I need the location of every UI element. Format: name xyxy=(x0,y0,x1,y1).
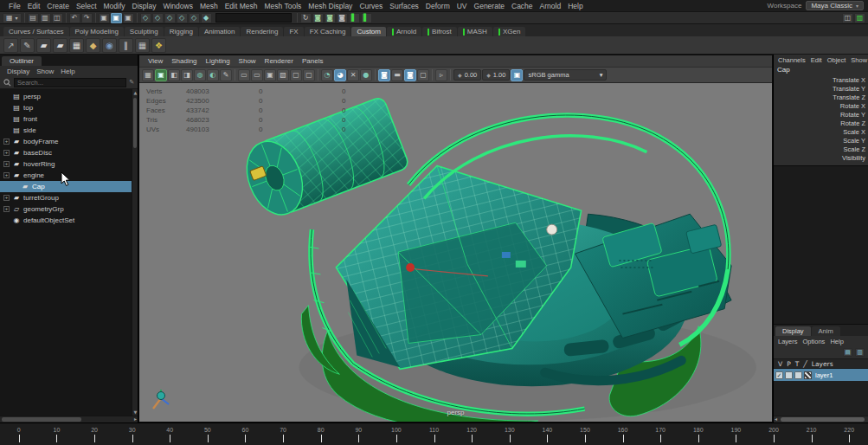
view-transform-select[interactable]: sRGB gamma▾ xyxy=(524,69,607,81)
viewport-menu-view[interactable]: View xyxy=(144,57,167,65)
open-scene-icon[interactable]: ▥ xyxy=(40,13,51,23)
flat-shade-icon[interactable]: ◨ xyxy=(181,69,193,81)
grease-pencil-icon[interactable]: ✎ xyxy=(220,69,232,81)
attribute-visibility[interactable]: Visibility xyxy=(774,154,868,163)
symmetry-toggle-icon[interactable]: ▌ xyxy=(349,13,360,23)
viewport-menu-panels[interactable]: Panels xyxy=(298,57,327,65)
attribute-rotate-y[interactable]: Rotate Y xyxy=(774,111,868,119)
menu-deform[interactable]: Deform xyxy=(422,2,453,10)
menuset-selector[interactable]: ▦▾ xyxy=(3,13,22,23)
shelf-tab-fx[interactable]: FX xyxy=(284,27,303,36)
uv-editor-icon[interactable]: ▦ xyxy=(135,38,150,53)
viewport-menu-shading[interactable]: Shading xyxy=(167,57,201,65)
snap-projected-icon[interactable]: ◇ xyxy=(177,13,188,23)
layer-tab-anim[interactable]: Anim xyxy=(812,326,840,336)
viewport-canvas[interactable]: Verts40800300Edges42350000Faces43374200T… xyxy=(139,83,772,422)
expand-toggle[interactable]: + xyxy=(3,195,10,201)
layer-menu-help[interactable]: Help xyxy=(827,338,845,345)
eraser-icon[interactable]: ◆ xyxy=(86,38,100,53)
expand-toggle[interactable]: + xyxy=(3,150,10,156)
attribute-rotate-x[interactable]: Rotate X xyxy=(774,102,868,111)
save-scene-icon[interactable]: ◫ xyxy=(52,13,63,23)
safe-action-icon[interactable]: ▢ xyxy=(290,69,302,81)
shelf-tab-rendering[interactable]: Rendering xyxy=(241,27,283,36)
undo-icon[interactable]: ↶ xyxy=(69,13,80,23)
menu-select[interactable]: Select xyxy=(73,2,100,10)
outliner-item-front[interactable]: ▤front xyxy=(0,113,138,125)
redo-icon[interactable]: ↷ xyxy=(81,13,93,23)
make-live-icon[interactable]: ◆ xyxy=(201,13,212,23)
attribute-scale-x[interactable]: Scale X xyxy=(774,128,868,137)
outliner-vertical-scrollbar[interactable]: ▲ ▼ xyxy=(132,89,138,416)
layer-editor-scrollbar[interactable]: ◂ xyxy=(774,416,868,422)
layer-row-layer1[interactable]: ✓layer1 xyxy=(774,369,868,381)
target-weld-icon[interactable]: ▦ xyxy=(69,38,84,53)
outliner-item-top[interactable]: ▤top xyxy=(0,102,138,113)
attribute-rotate-z[interactable]: Rotate Z xyxy=(774,119,868,128)
viewport-menu-lighting[interactable]: Lighting xyxy=(202,57,235,65)
channel-box-toggle-icon[interactable]: ▥ xyxy=(854,13,865,23)
motion-blur-icon[interactable]: ▬ xyxy=(391,69,403,81)
select-hierarchy-icon[interactable]: ▣ xyxy=(99,13,110,23)
select-tool-icon[interactable]: ▹ xyxy=(435,69,447,81)
layer-visibility-toggle[interactable]: ✓ xyxy=(775,371,783,379)
expand-toggle[interactable]: + xyxy=(3,206,10,212)
scrollbar-thumb[interactable] xyxy=(133,98,137,148)
viewport-panel[interactable]: ViewShadingLightingShowRendererPanels ▦▣… xyxy=(138,55,773,422)
gamma-field[interactable]: ◆1.00 xyxy=(482,69,510,81)
expand-toggle[interactable]: + xyxy=(3,161,10,167)
exposure-field[interactable]: ◆0.00 xyxy=(453,69,481,81)
snap-grid-icon[interactable]: ◇ xyxy=(140,13,151,23)
attribute-translate-y[interactable]: Translate Y xyxy=(774,85,868,94)
shelf-tab-fx-caching[interactable]: FX Caching xyxy=(305,27,351,36)
channel-box-menu-object[interactable]: Object xyxy=(825,56,849,64)
outliner-menu-help[interactable]: Help xyxy=(58,68,77,75)
layer-color-swatch[interactable] xyxy=(804,371,812,379)
outliner-item-geometrygrp[interactable]: +▱geometryGrp xyxy=(0,203,138,215)
menu-curves[interactable]: Curves xyxy=(356,2,386,10)
screen-space-ao-icon[interactable]: ◙ xyxy=(378,69,390,81)
color-management-icon[interactable]: ▣ xyxy=(511,69,523,81)
scroll-left-icon[interactable]: ◂ xyxy=(775,416,777,422)
shelf-tab-rigging[interactable]: Rigging xyxy=(164,27,198,36)
shelf-tab-arnold[interactable]: Arnold xyxy=(387,27,421,36)
field-chart-icon[interactable]: ▧ xyxy=(277,69,289,81)
snap-view-plane-icon[interactable]: ◇ xyxy=(189,13,200,23)
gate-mask-icon[interactable]: ▣ xyxy=(264,69,276,81)
menu-display[interactable]: Display xyxy=(129,2,160,10)
textured-mode-icon[interactable]: ◍ xyxy=(194,69,206,81)
menu-help[interactable]: Help xyxy=(564,2,586,10)
filter-icon[interactable]: ✎ xyxy=(129,79,134,86)
outliner-item-basedisc[interactable]: +▰baseDisc xyxy=(0,147,138,158)
xray-icon[interactable]: ◕ xyxy=(334,69,346,81)
used-lights-icon[interactable]: ◐ xyxy=(207,69,219,81)
scroll-down-icon[interactable]: ▼ xyxy=(132,410,138,415)
attribute-scale-z[interactable]: Scale Z xyxy=(774,145,868,154)
paint-effects-icon[interactable]: ❖ xyxy=(151,38,166,53)
wireframe-on-shaded-icon[interactable]: ▣ xyxy=(155,69,167,81)
menu-file[interactable]: File xyxy=(5,2,24,10)
scrollbar-thumb[interactable] xyxy=(781,417,865,422)
select-object-icon[interactable]: ▣ xyxy=(111,13,122,23)
multisample-aa-icon[interactable]: ◙ xyxy=(404,69,416,81)
menu-modify[interactable]: Modify xyxy=(100,2,129,10)
create-layer-from-selected-icon[interactable]: ▥ xyxy=(855,348,865,357)
menu-create[interactable]: Create xyxy=(43,2,73,10)
pencil-curve-tool-icon[interactable]: ✎ xyxy=(20,38,35,53)
shelf-tab-sculpting[interactable]: Sculpting xyxy=(125,27,164,36)
channel-box-menu-show[interactable]: Show xyxy=(848,56,868,64)
layer-template-toggle[interactable] xyxy=(794,371,802,379)
default-material-icon[interactable]: ● xyxy=(360,69,372,81)
menu-mesh-display[interactable]: Mesh Display xyxy=(305,2,356,10)
expand-toggle[interactable]: + xyxy=(3,172,10,178)
quad-draw-icon[interactable]: ▰ xyxy=(36,38,51,53)
attribute-editor-toggle-icon[interactable]: ◫ xyxy=(842,13,853,23)
viewport-menu-icon[interactable]: ▦ xyxy=(142,69,154,81)
shelf-tab-custom[interactable]: Custom xyxy=(351,27,386,36)
evaluation-toggle-icon[interactable]: ▌ xyxy=(361,13,372,23)
shelf-tab-animation[interactable]: Animation xyxy=(199,27,241,36)
outliner-item-turretgroup[interactable]: +▰turretGroup xyxy=(0,192,138,203)
outliner-item-bodyframe[interactable]: +▰bodyFrame xyxy=(0,136,138,147)
time-slider[interactable]: 0102030405060708090100110120130140150160… xyxy=(0,422,868,445)
outliner-menu-show[interactable]: Show xyxy=(34,68,56,75)
